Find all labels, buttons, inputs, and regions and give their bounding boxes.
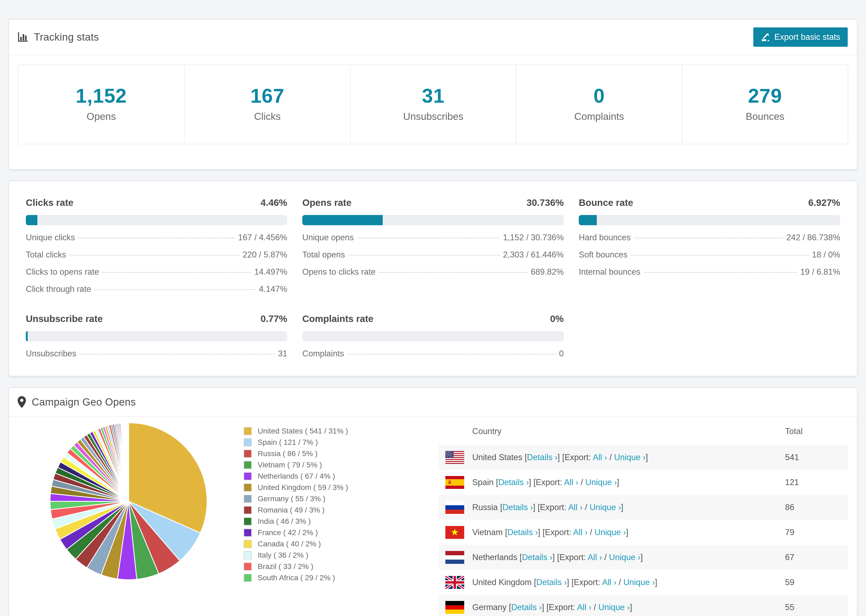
detail-label: Total clicks [26,250,66,259]
opens-rate-section: Opens rate30.736%Unique opens1,152 / 30.… [302,197,564,294]
export-all-link[interactable]: All › [593,453,607,462]
detail-label: Soft bounces [579,250,627,259]
export-unique-link[interactable]: Unique › [614,453,646,462]
geo-opens-card: Campaign Geo Opens United States ( 541 /… [9,387,857,616]
geo-opens-header: Campaign Geo Opens [9,388,857,417]
export-all-link[interactable]: All › [602,578,616,587]
details-link[interactable]: Details › [502,503,533,512]
details-link[interactable]: Details › [507,528,538,537]
country-name: Germany [472,603,509,612]
campaign-overview-page: Tracking stats Export basic stats 1,152O… [0,0,866,616]
country-name: Russia [472,503,500,512]
legend-label: Canada ( 40 / 2% ) [258,540,321,548]
export-all-link[interactable]: All › [568,503,583,512]
export-unique-link[interactable]: Unique › [585,478,617,487]
legend-swatch [244,529,252,537]
progress-bar-fill [26,215,38,225]
legend-swatch [244,484,252,492]
legend-swatch [244,551,252,559]
legend-swatch [244,540,252,548]
rate-detail-row: Hard bounces242 / 86.738% [579,233,840,242]
dotted-leader [347,354,556,355]
details-link[interactable]: Details › [527,453,557,462]
detail-label: Opens to clicks rate [302,267,375,277]
legend-swatch [244,563,252,570]
stat-label: Bounces [682,111,848,122]
detail-label: Clicks to opens rate [26,267,99,277]
legend-label: India ( 46 / 3% ) [258,517,311,526]
rate-title: Clicks rate [26,197,73,208]
detail-value: 167 / 4.456% [238,233,287,242]
rates-grid: Clicks rate4.46%Unique clicks167 / 4.456… [18,197,848,358]
rate-detail-row: Unique clicks167 / 4.456% [26,233,287,242]
tracking-stats-card: Tracking stats Export basic stats 1,152O… [9,19,857,169]
pie-slice[interactable] [128,423,129,501]
export-all-link[interactable]: All › [564,478,578,487]
country-cell: Netherlands [Details ›] [Export: All › /… [472,553,785,562]
legend-label: Germany ( 55 / 3% ) [258,495,326,503]
de-flag-icon [446,601,464,614]
legend-item: Spain ( 121 / 7% ) [244,437,421,448]
rate-detail-row: Click through rate4.147% [26,284,287,294]
export-all-link[interactable]: All › [587,553,602,562]
unsubscribe-progress-bar [26,331,287,341]
rate-detail-row: Internal bounces19 / 6.81% [579,267,840,277]
legend-label: South Africa ( 29 / 2% ) [258,574,335,582]
legend-item: Romania ( 49 / 3% ) [244,504,421,516]
details-link[interactable]: Details › [522,553,553,562]
export-icon [761,33,770,42]
unsubscribe-rate-section: Unsubscribe rate0.77%Unsubscribes31 [26,313,287,358]
rate-title: Bounce rate [579,197,633,208]
export-basic-stats-button[interactable]: Export basic stats [753,27,848,47]
export-unique-link[interactable]: Unique › [624,578,655,587]
stat-value: 167 [185,84,350,107]
details-link[interactable]: Details › [498,478,529,487]
dotted-leader [357,237,500,238]
detail-value: 1,152 / 30.736% [503,233,564,242]
legend-swatch [244,472,252,480]
stat-value: 279 [682,84,848,107]
rate-title: Unsubscribe rate [26,313,103,324]
legend-swatch [244,495,252,503]
tracking-stats-header: Tracking stats Export basic stats [9,19,857,55]
rates-card: Clicks rate4.46%Unique clicks167 / 4.456… [9,181,857,376]
complaints-progress-bar [302,331,564,341]
progress-bar-fill [302,215,383,225]
export-all-link[interactable]: All › [577,603,591,612]
export-unique-link[interactable]: Unique › [589,503,621,512]
legend-item: South Africa ( 29 / 2% ) [244,572,421,583]
detail-value: 0 [559,349,564,358]
country-cell: Russia [Details ›] [Export: All › / Uniq… [472,503,785,512]
details-link[interactable]: Details › [536,578,567,587]
es-flag-icon [446,476,464,489]
table-row-vn: Vietnam [Details ›] [Export: All › / Uni… [439,520,848,545]
progress-bar-fill [26,331,28,341]
legend-label: United States ( 541 / 31% ) [258,427,348,435]
stat-cell-opens: 1,152Opens [18,65,184,144]
legend-label: Romania ( 49 / 3% ) [258,506,324,514]
export-unique-link[interactable]: Unique › [609,553,640,562]
ru-flag-icon [446,501,464,514]
total-value: 541 [785,453,848,462]
export-all-link[interactable]: All › [573,528,587,537]
stat-value: 1,152 [18,84,184,107]
export-unique-link[interactable]: Unique › [594,528,626,537]
legend-label: Netherlands ( 67 / 4% ) [258,472,335,481]
details-link[interactable]: Details › [511,603,542,612]
table-row-us: United States [Details ›] [Export: All ›… [439,445,848,470]
legend-item: Netherlands ( 67 / 4% ) [244,471,421,482]
detail-value: 19 / 6.81% [800,267,840,277]
rate-detail-row: Soft bounces18 / 0% [579,250,840,259]
complaints-rate-section: Complaints rate0%Complaints0 [302,313,564,358]
geo-opens-content: United States ( 541 / 31% )Spain ( 121 /… [9,417,857,616]
detail-label: Hard bounces [579,233,631,242]
dotted-leader [80,354,275,355]
us-flag-icon [446,451,464,464]
progress-bar-fill [579,215,597,225]
export-unique-link[interactable]: Unique › [598,603,630,612]
gb-flag-icon [446,576,464,589]
geo-pie-chart[interactable] [18,417,244,616]
legend-item: Russia ( 86 / 5% ) [244,448,421,459]
detail-label: Complaints [302,349,344,358]
legend-label: France ( 42 / 2% ) [258,528,318,537]
